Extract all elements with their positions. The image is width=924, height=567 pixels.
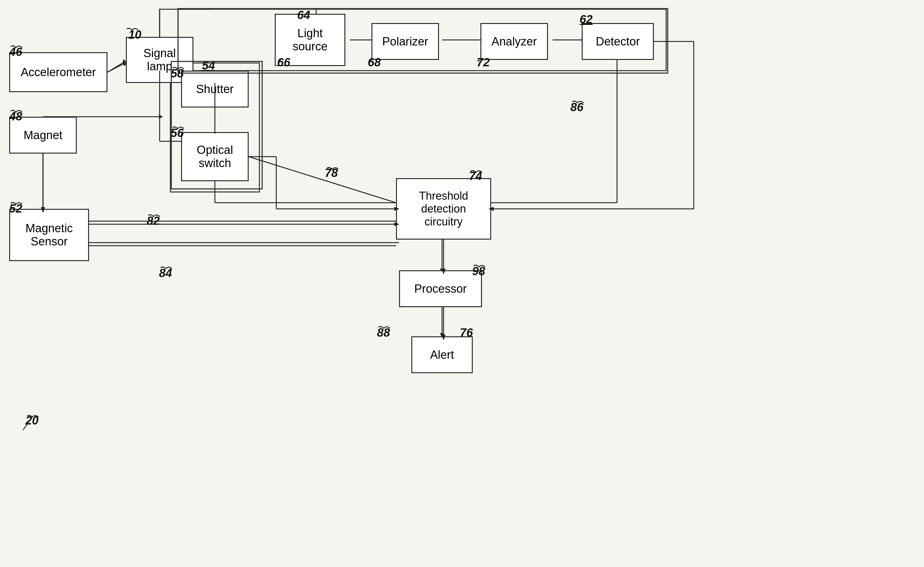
ref-54: 54 <box>202 59 215 72</box>
ref-74: 74 <box>469 170 482 183</box>
processor-box: Processor <box>399 270 482 307</box>
alert-box: Alert <box>411 336 473 373</box>
ref-20: 20 <box>26 414 38 427</box>
ref-86: 86 <box>570 101 583 114</box>
ref-46: 46 <box>9 45 22 59</box>
threshold-box: Thresholddetectioncircuitry <box>396 178 491 239</box>
ref-82: 82 <box>147 214 160 228</box>
ref-62: 62 <box>580 13 592 26</box>
magnetic-sensor-box: MagneticSensor <box>9 209 89 261</box>
svg-line-7 <box>108 62 125 72</box>
ref-56: 56 <box>171 126 184 140</box>
ref-52: 52 <box>9 202 22 215</box>
ref-88: 88 <box>377 326 390 339</box>
ref-66: 66 <box>277 56 290 69</box>
ref-10: 10 <box>128 28 141 42</box>
ref-84: 84 <box>159 266 172 280</box>
ref-72: 72 <box>477 56 490 69</box>
ref-58: 58 <box>171 67 184 80</box>
ref-78: 78 <box>325 167 338 180</box>
accelerometer-box: Accelerometer <box>9 52 108 92</box>
ref-76: 76 <box>460 326 473 339</box>
ref-98: 98 <box>472 265 485 278</box>
optical-switch-box: Opticalswitch <box>181 132 249 181</box>
ref-64: 64 <box>297 9 310 22</box>
svg-line-29 <box>108 63 125 72</box>
svg-marker-37 <box>159 115 163 119</box>
diagram: Accelerometer Signallamp Magnet Magnetic… <box>0 0 924 567</box>
analyzer-box: Analyzer <box>480 23 548 60</box>
shutter-box: Shutter <box>181 71 249 107</box>
svg-line-38 <box>249 156 396 203</box>
ref-68: 68 <box>368 56 381 69</box>
detector-box: Detector <box>582 23 654 60</box>
polarizer-box: Polarizer <box>372 23 439 60</box>
ref-48: 48 <box>9 110 22 123</box>
